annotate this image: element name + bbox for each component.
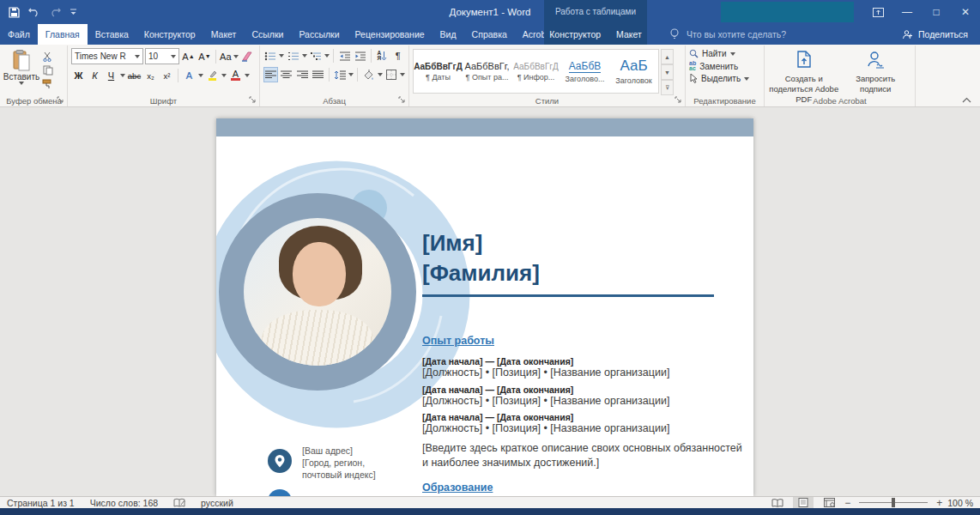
find-button[interactable]: Найти <box>689 49 760 58</box>
align-center-button[interactable] <box>280 67 293 82</box>
experience-entry-dates[interactable]: [Дата начала] — [Дата окончания] <box>422 385 573 395</box>
font-name-combo[interactable]: Times New R <box>71 48 143 64</box>
document-canvas[interactable]: [Имя] [Фамилия] Опыт работы [Дата начала… <box>0 107 980 496</box>
maximize-button[interactable]: □ <box>922 0 951 24</box>
experience-entry-dates[interactable]: [Дата начала] — [Дата окончания] <box>422 412 573 422</box>
multilevel-list-button[interactable] <box>309 48 323 64</box>
zoom-slider-thumb[interactable] <box>892 498 895 507</box>
request-signatures-button[interactable]: Запросить подписи <box>840 48 912 95</box>
justify-button[interactable] <box>312 67 325 82</box>
increase-indent-button[interactable] <box>354 48 367 64</box>
select-button[interactable]: Выделить <box>689 74 760 83</box>
line-spacing-dropdown-icon <box>348 73 354 76</box>
styles-more-button[interactable]: ⊽ <box>661 80 674 95</box>
profile-photo[interactable] <box>244 218 391 366</box>
underline-button[interactable]: Ч <box>104 68 118 83</box>
language-indicator[interactable]: русский <box>201 498 233 508</box>
minimize-button[interactable]: — <box>892 0 922 24</box>
style-dates[interactable]: АаБбВвГгД ¶ Даты <box>414 50 463 93</box>
styles-scroll-down-button[interactable]: ▼ <box>661 64 674 80</box>
replace-button[interactable]: abac Заменить <box>689 61 760 71</box>
education-heading[interactable]: Образование <box>422 482 493 494</box>
bullets-button[interactable] <box>263 48 277 64</box>
sort-button[interactable]: АЯ <box>375 48 389 64</box>
shrink-font-button[interactable]: А▼ <box>197 49 212 64</box>
clear-formatting-button[interactable] <box>240 49 255 64</box>
first-name-placeholder[interactable]: [Имя] <box>422 228 540 258</box>
experience-entry-role[interactable]: [Должность] • [Позиция] • [Название орга… <box>422 422 669 434</box>
account-badge[interactable] <box>721 2 854 22</box>
page-indicator[interactable]: Страница 1 из 1 <box>7 498 75 508</box>
experience-summary[interactable]: [Введите здесь краткое описание своих ос… <box>422 441 748 470</box>
tell-me-box[interactable]: Что вы хотите сделать? <box>669 24 786 45</box>
styles-scroll-up-button[interactable]: ▲ <box>661 49 674 64</box>
experience-entry-role[interactable]: [Должность] • [Позиция] • [Название орга… <box>422 367 669 379</box>
experience-entry-role[interactable]: [Должность] • [Позиция] • [Название орга… <box>422 395 669 407</box>
tab-review[interactable]: Рецензирование <box>348 24 433 45</box>
share-button[interactable]: Поделиться <box>902 24 968 45</box>
collapse-ribbon-button[interactable] <box>962 97 971 103</box>
show-marks-button[interactable]: ¶ <box>391 48 405 64</box>
tab-layout[interactable]: Макет <box>203 24 245 45</box>
style-experience[interactable]: АаБбВвГг, ¶ Опыт ра... <box>463 50 511 93</box>
line-spacing-button[interactable] <box>333 67 347 82</box>
bold-button[interactable]: Ж <box>71 68 86 83</box>
font-dialog-launcher[interactable] <box>249 96 257 105</box>
subscript-button[interactable]: x₂ <box>143 68 158 83</box>
zoom-slider[interactable] <box>859 502 928 503</box>
tab-insert[interactable]: Вставка <box>88 24 136 45</box>
tab-mailings[interactable]: Рассылки <box>291 24 347 45</box>
experience-heading[interactable]: Опыт работы <box>422 335 494 347</box>
text-effects-button[interactable]: А <box>182 68 197 83</box>
tab-home[interactable]: Главная <box>38 24 88 45</box>
document-page[interactable]: [Имя] [Фамилия] Опыт работы [Дата начала… <box>216 118 753 496</box>
ribbon-display-options-button[interactable] <box>863 0 892 24</box>
cut-button[interactable] <box>42 52 53 62</box>
close-button[interactable]: ✕ <box>951 0 980 24</box>
font-color-button[interactable]: А <box>228 68 243 83</box>
numbering-button[interactable] <box>286 48 299 64</box>
grow-font-button[interactable]: А▲ <box>181 49 196 64</box>
tab-references[interactable]: Ссылки <box>244 24 291 45</box>
tab-design[interactable]: Конструктор <box>136 24 203 45</box>
address-block[interactable]: [Ваш адрес] [Город, регион, почтовый инд… <box>302 445 376 481</box>
paragraph-dialog-launcher[interactable] <box>398 96 407 105</box>
zoom-level[interactable]: 100 % <box>947 498 973 508</box>
style-heading2[interactable]: АаБбВ Заголово... <box>560 50 609 93</box>
word-count[interactable]: Число слов: 168 <box>90 498 158 508</box>
change-case-button[interactable]: Аа <box>220 49 239 64</box>
font-size-combo[interactable]: 10 <box>145 48 179 64</box>
clipboard-dialog-launcher[interactable] <box>57 96 65 105</box>
style-info[interactable]: АаБбВвГгД ¶ Инфор... <box>511 50 560 93</box>
styles-dialog-launcher[interactable] <box>675 96 683 105</box>
shading-button[interactable] <box>361 67 375 82</box>
pdf-document-icon <box>795 51 814 71</box>
borders-button[interactable] <box>384 67 398 82</box>
print-layout-button[interactable] <box>793 497 814 508</box>
style-heading[interactable]: АаБ Заголовок <box>609 50 658 93</box>
tab-help[interactable]: Справка <box>464 24 515 45</box>
highlight-button[interactable] <box>205 68 220 83</box>
superscript-button[interactable]: x² <box>160 68 174 83</box>
copy-button[interactable] <box>42 65 53 76</box>
name-heading[interactable]: [Имя] [Фамилия] <box>422 228 540 288</box>
italic-button[interactable]: К <box>88 68 102 83</box>
decrease-indent-button[interactable] <box>337 48 351 64</box>
web-layout-button[interactable] <box>819 497 839 508</box>
experience-entry-dates[interactable]: [Дата начала] — [Дата окончания] <box>422 356 573 367</box>
read-mode-button[interactable] <box>767 497 788 508</box>
tab-view[interactable]: Вид <box>433 24 464 45</box>
strikethrough-button[interactable]: abc <box>127 68 142 83</box>
zoom-out-button[interactable]: − <box>844 497 850 509</box>
align-right-button[interactable] <box>295 67 309 82</box>
align-left-button[interactable] <box>263 67 278 82</box>
tab-file[interactable]: Файл <box>0 24 38 45</box>
tab-table-layout[interactable]: Макет <box>608 24 650 45</box>
zoom-in-button[interactable]: + <box>936 497 942 509</box>
proofing-icon[interactable] <box>173 498 185 508</box>
paste-button[interactable]: Вставить <box>4 48 39 95</box>
tab-table-design[interactable]: Конструктор <box>541 24 608 45</box>
format-painter-button[interactable] <box>42 79 53 89</box>
last-name-placeholder[interactable]: [Фамилия] <box>422 258 540 288</box>
create-pdf-button[interactable]: Создать и поделиться Adobe PDF <box>768 48 840 95</box>
